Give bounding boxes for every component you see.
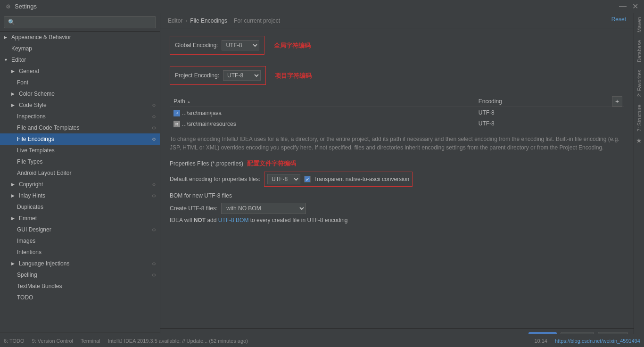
tree-label: Images <box>17 238 35 244</box>
version-control-status[interactable]: 9: Version Control <box>32 338 73 344</box>
tree-item-appearance[interactable]: ▶ Appearance & Behavior <box>0 32 160 43</box>
gear-icon: ⚙ <box>152 227 156 232</box>
tab-favorites[interactable]: 2: Favorites <box>635 66 644 100</box>
star-icon[interactable]: ★ <box>634 135 644 146</box>
tree-item-inlay-hints[interactable]: ▶ Inlay Hints ⚙ <box>0 190 160 201</box>
tree-item-images[interactable]: Images <box>0 235 160 247</box>
global-encoding-section: Global Encoding: UTF-8 <box>170 36 264 55</box>
tree-label: Inlay Hints <box>19 192 45 199</box>
global-encoding-select[interactable]: UTF-8 <box>222 40 259 50</box>
arrow-icon: ▶ <box>11 103 17 107</box>
path-cell: R ...\src\main\resources <box>170 118 475 130</box>
tree-item-todo[interactable]: TODO <box>0 292 160 303</box>
tree-item-code-style[interactable]: ▶ Code Style ⚙ <box>0 99 160 111</box>
tree-label: Language Injections <box>19 260 69 267</box>
arrow-icon: ▶ <box>11 261 17 266</box>
note-not: NOT <box>194 217 206 223</box>
transparent-checkbox[interactable]: ✓ <box>304 176 311 182</box>
tree-item-editor[interactable]: ▼ Editor <box>0 54 160 66</box>
settings-right-content: Global Encoding: UTF-8 全局字符编码 Project En… <box>160 28 634 328</box>
tree-label: Keymap <box>11 45 32 52</box>
col-encoding: Encoding <box>475 96 610 107</box>
tree-label: File Encodings <box>17 136 54 142</box>
project-encoding-label: Project Encoding: <box>175 72 219 79</box>
tree-label: Appearance & Behavior <box>11 34 71 41</box>
tree-item-general[interactable]: ▶ General <box>0 66 160 77</box>
project-encoding-select[interactable]: UTF-8 <box>223 70 261 81</box>
tree-item-android[interactable]: Android Layout Editor <box>0 167 160 179</box>
title-bar-controls: — ✕ <box>619 2 638 11</box>
tree-item-copyright[interactable]: ▶ Copyright ⚙ <box>0 179 160 190</box>
global-encoding-label: Global Encoding: <box>175 42 218 49</box>
sort-icon: ▲ <box>187 99 191 104</box>
props-encoding-box: UTF-8 ✓ Transparent native-to-ascii conv… <box>264 172 413 187</box>
terminal-status[interactable]: Terminal <box>81 338 100 344</box>
tree-item-font[interactable]: Font <box>0 77 160 88</box>
tree-item-keymap[interactable]: Keymap <box>0 43 160 54</box>
breadcrumb-sep: › <box>185 17 187 24</box>
transparent-checkbox-label[interactable]: ✓ Transparent native-to-ascii conversion <box>304 176 409 182</box>
gear-icon: ⚙ <box>152 182 156 187</box>
bom-section: BOM for new UTF-8 files Create UTF-8 fil… <box>170 192 624 223</box>
tree-item-inspections[interactable]: Inspections ⚙ <box>0 111 160 122</box>
settings-icon: ⚙ <box>6 3 11 10</box>
tree-item-spelling[interactable]: Spelling ⚙ <box>0 269 160 281</box>
status-time: 10:14 <box>534 338 547 344</box>
tab-database[interactable]: Database <box>635 36 644 66</box>
settings-body: ▶ Appearance & Behavior Keymap ▼ Editor … <box>0 13 644 347</box>
tree-item-intentions[interactable]: Intentions <box>0 247 160 258</box>
bom-link[interactable]: UTF-8 BOM <box>218 217 249 223</box>
add-path-button[interactable]: + <box>612 96 622 107</box>
tree-label: Android Layout Editor <box>17 170 71 176</box>
gear-icon: ⚙ <box>152 114 156 119</box>
tab-maven[interactable]: Maven <box>635 13 644 36</box>
tree-item-file-types[interactable]: File Types <box>0 156 160 167</box>
tree-item-file-encodings[interactable]: File Encodings ⚙ <box>0 133 160 145</box>
tree-item-lang-inject[interactable]: ▶ Language Injections ⚙ <box>0 258 160 269</box>
tree-item-live-templates[interactable]: Live Templates <box>0 145 160 156</box>
bom-title: BOM for new UTF-8 files <box>170 192 624 199</box>
encoding-cell: UTF-8 <box>475 118 610 130</box>
breadcrumb-parent: Editor <box>168 17 182 24</box>
note-prefix: IDEA will <box>170 217 192 223</box>
gear-icon: ⚙ <box>152 103 156 108</box>
arrow-icon: ▶ <box>4 35 9 40</box>
todo-status[interactable]: 6: TODO <box>4 338 25 344</box>
settings-dialog: ⚙ Settings — ✕ ▶ Appearance & Behavior <box>0 0 644 347</box>
encoding-cell: UTF-8 <box>475 107 610 118</box>
tree-label: GUI Designer <box>17 226 51 233</box>
bom-row: Create UTF-8 files: with NO BOM <box>170 203 624 214</box>
table-row[interactable]: R ...\src\main\resources UTF-8 <box>170 118 624 130</box>
reset-button[interactable]: Reset <box>611 16 626 23</box>
note-add: add <box>207 217 218 223</box>
tree-item-textmate[interactable]: TextMate Bundles <box>0 281 160 292</box>
properties-chinese-note: 配置文件字符编码 <box>247 159 296 168</box>
minimize-btn[interactable]: — <box>619 2 627 11</box>
for-current-project: For current project <box>234 17 280 24</box>
search-input[interactable] <box>4 16 156 28</box>
tree-label: TODO <box>17 294 33 301</box>
breadcrumb-current: File Encodings <box>190 17 227 24</box>
tree-item-emmet[interactable]: ▶ Emmet <box>0 213 160 224</box>
settings-left-panel: ▶ Appearance & Behavior Keymap ▼ Editor … <box>0 13 160 347</box>
tree-item-gui[interactable]: GUI Designer ⚙ <box>0 224 160 235</box>
tree-item-color-scheme[interactable]: ▶ Color Scheme <box>0 88 160 99</box>
table-row[interactable]: J ...\src\main\java UTF-8 <box>170 107 624 118</box>
project-encoding-section: Project Encoding: UTF-8 <box>170 66 266 85</box>
encoding-table: Path ▲ Encoding <box>170 96 624 129</box>
properties-title: Properties Files (*.properties) <box>170 160 243 167</box>
tree-item-file-templates[interactable]: File and Code Templates ⚙ <box>0 122 160 133</box>
path-cell: J ...\src\main\java <box>170 107 475 118</box>
tree-label: Inspections <box>17 113 46 120</box>
gear-icon: ⚙ <box>152 193 156 198</box>
gear-icon: ⚙ <box>152 137 156 142</box>
close-btn[interactable]: ✕ <box>632 2 638 11</box>
tab-structure[interactable]: 7: Structure <box>635 101 644 135</box>
tree-item-duplicates[interactable]: Duplicates <box>0 201 160 213</box>
bom-dropdown[interactable]: with NO BOM <box>221 203 306 214</box>
properties-encoding-select[interactable]: UTF-8 <box>267 174 300 184</box>
settings-right-panel: Editor › File Encodings For current proj… <box>160 13 634 347</box>
arrow-icon: ▶ <box>11 91 17 96</box>
status-bar: 6: TODO 9: Version Control Terminal Inte… <box>0 334 644 347</box>
status-url[interactable]: https://blog.csdn.net/weixin_4591494 <box>555 338 640 344</box>
